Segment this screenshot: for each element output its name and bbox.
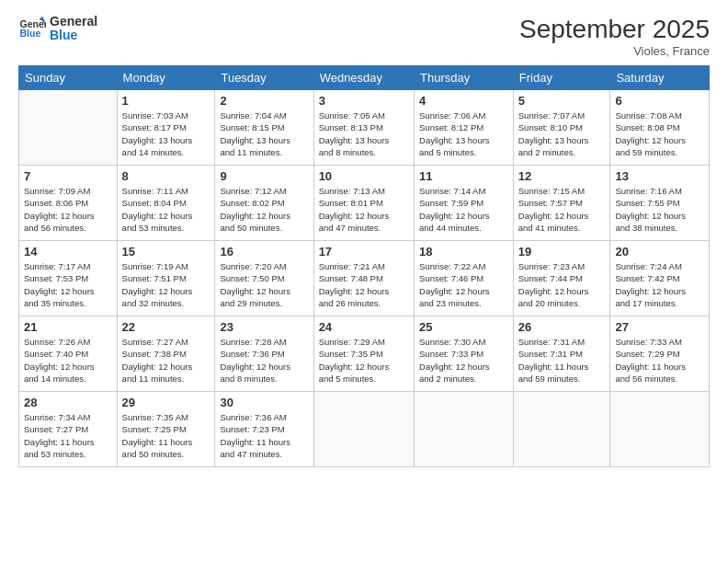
day-cell: 5Sunrise: 7:07 AMSunset: 8:10 PMDaylight… [513, 90, 610, 166]
day-info: Sunrise: 7:06 AMSunset: 8:12 PMDaylight:… [419, 109, 508, 158]
day-number: 4 [419, 94, 508, 108]
day-number: 11 [419, 169, 508, 183]
day-number: 12 [518, 169, 606, 183]
day-header: Friday [513, 66, 610, 90]
day-cell: 27Sunrise: 7:33 AMSunset: 7:29 PMDayligh… [610, 316, 710, 392]
logo-line2: Blue [50, 29, 97, 42]
day-cell: 26Sunrise: 7:31 AMSunset: 7:31 PMDayligh… [513, 316, 610, 392]
day-info: Sunrise: 7:09 AMSunset: 8:06 PMDaylight:… [24, 185, 112, 234]
day-cell: 4Sunrise: 7:06 AMSunset: 8:12 PMDaylight… [415, 90, 514, 166]
day-info: Sunrise: 7:11 AMSunset: 8:04 PMDaylight:… [122, 185, 210, 234]
day-number: 7 [24, 169, 112, 183]
week-row: 28Sunrise: 7:34 AMSunset: 7:27 PMDayligh… [19, 392, 710, 467]
day-cell: 3Sunrise: 7:05 AMSunset: 8:13 PMDaylight… [313, 90, 414, 166]
day-number: 1 [122, 94, 210, 108]
day-number: 13 [615, 169, 704, 183]
day-number: 19 [518, 245, 606, 259]
day-number: 24 [319, 320, 409, 334]
day-header: Wednesday [313, 66, 414, 90]
day-cell [313, 392, 414, 467]
day-info: Sunrise: 7:31 AMSunset: 7:31 PMDaylight:… [518, 336, 606, 385]
day-header: Saturday [610, 66, 710, 90]
day-header: Tuesday [215, 66, 313, 90]
day-number: 30 [220, 396, 308, 409]
day-cell [19, 90, 118, 166]
day-info: Sunrise: 7:17 AMSunset: 7:53 PMDaylight:… [24, 260, 112, 309]
location: Violes, France [519, 44, 710, 58]
day-info: Sunrise: 7:20 AMSunset: 7:50 PMDaylight:… [220, 260, 308, 309]
day-info: Sunrise: 7:36 AMSunset: 7:23 PMDaylight:… [220, 411, 308, 460]
day-cell: 10Sunrise: 7:13 AMSunset: 8:01 PMDayligh… [313, 166, 414, 241]
week-row: 14Sunrise: 7:17 AMSunset: 7:53 PMDayligh… [19, 241, 710, 316]
day-number: 18 [419, 245, 508, 259]
day-number: 15 [122, 245, 210, 259]
day-info: Sunrise: 7:12 AMSunset: 8:02 PMDaylight:… [220, 185, 308, 234]
day-number: 23 [220, 320, 308, 334]
day-cell: 21Sunrise: 7:26 AMSunset: 7:40 PMDayligh… [19, 316, 118, 392]
day-info: Sunrise: 7:16 AMSunset: 7:55 PMDaylight:… [615, 185, 704, 234]
day-cell: 19Sunrise: 7:23 AMSunset: 7:44 PMDayligh… [513, 241, 610, 316]
day-number: 3 [319, 94, 409, 108]
page: General Blue General Blue September 2025… [0, 0, 728, 563]
day-number: 28 [24, 396, 112, 409]
day-cell: 24Sunrise: 7:29 AMSunset: 7:35 PMDayligh… [313, 316, 414, 392]
day-cell [610, 392, 710, 467]
day-cell: 25Sunrise: 7:30 AMSunset: 7:33 PMDayligh… [415, 316, 514, 392]
day-cell: 22Sunrise: 7:27 AMSunset: 7:38 PMDayligh… [117, 316, 215, 392]
day-info: Sunrise: 7:07 AMSunset: 8:10 PMDaylight:… [518, 109, 606, 158]
logo: General Blue General Blue [18, 15, 97, 43]
day-info: Sunrise: 7:22 AMSunset: 7:46 PMDaylight:… [419, 260, 508, 309]
day-info: Sunrise: 7:28 AMSunset: 7:36 PMDaylight:… [220, 336, 308, 385]
svg-text:Blue: Blue [20, 28, 41, 39]
day-info: Sunrise: 7:34 AMSunset: 7:27 PMDaylight:… [24, 411, 112, 460]
day-cell [415, 392, 514, 467]
day-number: 2 [220, 94, 308, 108]
day-number: 16 [220, 245, 308, 259]
day-info: Sunrise: 7:04 AMSunset: 8:15 PMDaylight:… [220, 109, 308, 158]
day-number: 29 [122, 396, 210, 409]
title-block: September 2025 Violes, France [519, 15, 710, 58]
day-cell: 8Sunrise: 7:11 AMSunset: 8:04 PMDaylight… [117, 166, 215, 241]
day-info: Sunrise: 7:05 AMSunset: 8:13 PMDaylight:… [319, 109, 409, 158]
day-cell: 20Sunrise: 7:24 AMSunset: 7:42 PMDayligh… [610, 241, 710, 316]
day-number: 14 [24, 245, 112, 259]
day-cell: 15Sunrise: 7:19 AMSunset: 7:51 PMDayligh… [117, 241, 215, 316]
day-info: Sunrise: 7:26 AMSunset: 7:40 PMDaylight:… [24, 336, 112, 385]
day-number: 8 [122, 169, 210, 183]
day-header: Sunday [19, 66, 118, 90]
day-cell: 17Sunrise: 7:21 AMSunset: 7:48 PMDayligh… [313, 241, 414, 316]
day-number: 26 [518, 320, 606, 334]
logo-line1: General [50, 15, 97, 29]
day-cell: 28Sunrise: 7:34 AMSunset: 7:27 PMDayligh… [19, 392, 118, 467]
day-info: Sunrise: 7:21 AMSunset: 7:48 PMDaylight:… [319, 260, 409, 309]
day-cell: 12Sunrise: 7:15 AMSunset: 7:57 PMDayligh… [513, 166, 610, 241]
day-cell: 30Sunrise: 7:36 AMSunset: 7:23 PMDayligh… [215, 392, 313, 467]
day-header: Thursday [415, 66, 514, 90]
calendar-table: SundayMondayTuesdayWednesdayThursdayFrid… [18, 65, 710, 467]
day-number: 27 [615, 320, 704, 334]
day-number: 22 [122, 320, 210, 334]
day-number: 5 [518, 94, 606, 108]
day-cell: 18Sunrise: 7:22 AMSunset: 7:46 PMDayligh… [415, 241, 514, 316]
day-cell: 2Sunrise: 7:04 AMSunset: 8:15 PMDaylight… [215, 90, 313, 166]
month-title: September 2025 [519, 15, 710, 44]
day-info: Sunrise: 7:15 AMSunset: 7:57 PMDaylight:… [518, 185, 606, 234]
day-cell: 7Sunrise: 7:09 AMSunset: 8:06 PMDaylight… [19, 166, 118, 241]
week-row: 1Sunrise: 7:03 AMSunset: 8:17 PMDaylight… [19, 90, 710, 166]
day-info: Sunrise: 7:14 AMSunset: 7:59 PMDaylight:… [419, 185, 508, 234]
day-cell [513, 392, 610, 467]
day-header: Monday [117, 66, 215, 90]
day-cell: 16Sunrise: 7:20 AMSunset: 7:50 PMDayligh… [215, 241, 313, 316]
week-row: 7Sunrise: 7:09 AMSunset: 8:06 PMDaylight… [19, 166, 710, 241]
day-info: Sunrise: 7:30 AMSunset: 7:33 PMDaylight:… [419, 336, 508, 385]
day-cell: 9Sunrise: 7:12 AMSunset: 8:02 PMDaylight… [215, 166, 313, 241]
header-row: SundayMondayTuesdayWednesdayThursdayFrid… [19, 66, 710, 90]
day-info: Sunrise: 7:23 AMSunset: 7:44 PMDaylight:… [518, 260, 606, 309]
day-number: 20 [615, 245, 704, 259]
day-info: Sunrise: 7:19 AMSunset: 7:51 PMDaylight:… [122, 260, 210, 309]
day-number: 25 [419, 320, 508, 334]
day-cell: 14Sunrise: 7:17 AMSunset: 7:53 PMDayligh… [19, 241, 118, 316]
day-info: Sunrise: 7:13 AMSunset: 8:01 PMDaylight:… [319, 185, 409, 234]
day-cell: 29Sunrise: 7:35 AMSunset: 7:25 PMDayligh… [117, 392, 215, 467]
day-info: Sunrise: 7:33 AMSunset: 7:29 PMDaylight:… [615, 336, 704, 385]
